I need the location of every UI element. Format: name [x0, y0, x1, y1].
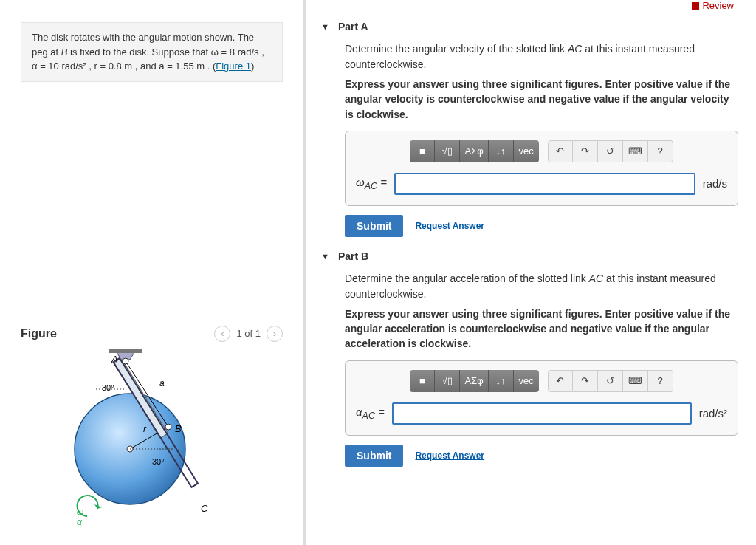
undo-button[interactable]: ↶ [548, 370, 573, 392]
redo-button[interactable]: ↷ [573, 370, 598, 392]
figure-diagram: A B C a r 30° 30° ω α [21, 349, 283, 527]
tool-sqrt-icon[interactable]: √▯ [435, 140, 460, 162]
help-button[interactable]: ? [648, 370, 673, 392]
svg-point-7 [123, 358, 128, 364]
tool-template-icon[interactable]: ■ [410, 370, 435, 392]
problem-statement: The disk rotates with the angular motion… [21, 22, 283, 82]
tool-vector-icon[interactable]: vec [514, 140, 539, 162]
part-b-answer-box: ■ √▯ ΑΣφ ↓↑ vec ↶ ↷ ↺ ⌨ ? αAC = [345, 360, 738, 436]
part-b-instruction: Express your answer using three signific… [345, 306, 738, 352]
keyboard-button[interactable]: ⌨ [623, 370, 648, 392]
tool-subsup-icon[interactable]: ↓↑ [489, 140, 514, 162]
figure-prev-button[interactable]: ‹ [214, 326, 230, 342]
svg-text:30°: 30° [102, 383, 114, 392]
svg-text:C: C [201, 503, 208, 514]
figure-link[interactable]: Figure 1 [216, 61, 251, 72]
part-a-unit: rad/s [703, 177, 727, 190]
figure-title: Figure [21, 327, 57, 340]
svg-text:ω: ω [77, 507, 83, 517]
tool-greek-icon[interactable]: ΑΣφ [460, 140, 488, 162]
equation-toolbar: ■ √▯ ΑΣφ ↓↑ vec ↶ ↷ ↺ ⌨ ? [356, 370, 727, 392]
figure-next-button[interactable]: › [267, 326, 283, 342]
figure-counter: 1 of 1 [236, 328, 261, 339]
part-a-request-answer-link[interactable]: Request Answer [415, 221, 484, 231]
review-link[interactable]: Review [692, 0, 734, 11]
tool-vector-icon[interactable]: vec [514, 370, 539, 392]
part-b-var-label: αAC = [356, 405, 385, 421]
part-b-question: Determine the angular acceleration of th… [345, 271, 738, 302]
redo-button[interactable]: ↷ [573, 140, 598, 162]
part-b-title: Part B [338, 250, 368, 262]
tool-template-icon[interactable]: ■ [410, 140, 435, 162]
tool-subsup-icon[interactable]: ↓↑ [489, 370, 514, 392]
part-a-instruction: Express your answer using three signific… [345, 77, 738, 122]
svg-rect-6 [109, 349, 142, 353]
part-b-header[interactable]: ▼ Part B [321, 250, 738, 262]
keyboard-button[interactable]: ⌨ [623, 140, 648, 162]
part-a-title: Part A [338, 21, 368, 32]
equation-toolbar: ■ √▯ ΑΣφ ↓↑ vec ↶ ↷ ↺ ⌨ ? [356, 140, 727, 162]
part-a-question: Determine the angular velocity of the sl… [345, 41, 738, 72]
tool-sqrt-icon[interactable]: √▯ [435, 370, 460, 392]
reset-button[interactable]: ↺ [598, 370, 623, 392]
part-a-submit-button[interactable]: Submit [345, 215, 403, 237]
reset-button[interactable]: ↺ [598, 140, 623, 162]
part-a-answer-box: ■ √▯ ΑΣφ ↓↑ vec ↶ ↷ ↺ ⌨ ? ωAC = [345, 131, 738, 206]
part-b-request-answer-link[interactable]: Request Answer [415, 450, 484, 461]
flag-icon [692, 2, 699, 10]
part-a-header[interactable]: ▼ Part A [321, 21, 738, 32]
svg-point-8 [165, 424, 171, 430]
part-b-answer-input[interactable] [392, 402, 692, 425]
undo-button[interactable]: ↶ [548, 140, 573, 162]
help-button[interactable]: ? [648, 140, 673, 162]
svg-text:a: a [159, 378, 165, 388]
part-a-var-label: ωAC = [356, 176, 387, 191]
part-b-unit: rad/s² [699, 407, 727, 419]
chevron-down-icon: ▼ [321, 252, 329, 261]
svg-text:B: B [175, 423, 182, 434]
svg-text:α: α [77, 517, 83, 527]
tool-greek-icon[interactable]: ΑΣφ [460, 370, 488, 392]
svg-text:30°: 30° [152, 457, 165, 466]
part-b-submit-button[interactable]: Submit [345, 445, 403, 467]
chevron-down-icon: ▼ [321, 22, 329, 31]
part-a-answer-input[interactable] [394, 173, 695, 195]
svg-text:A: A [111, 354, 118, 365]
